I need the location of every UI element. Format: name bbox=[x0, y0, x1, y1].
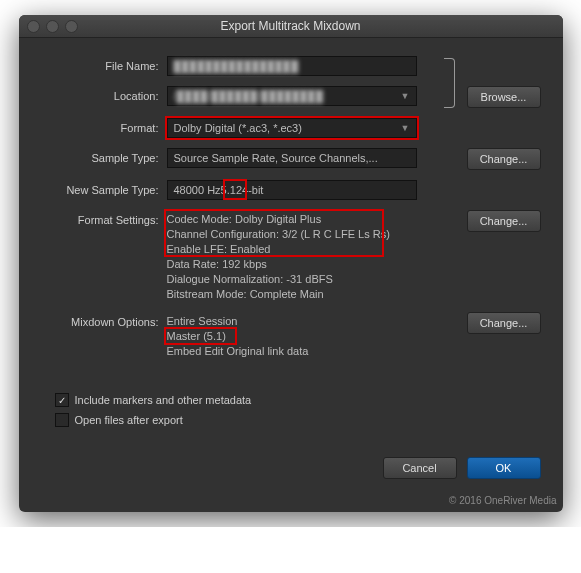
location-dropdown[interactable]: /████/██████/████████ ▼ bbox=[167, 86, 417, 106]
format-settings-label: Format Settings: bbox=[41, 210, 167, 226]
browse-button[interactable]: Browse... bbox=[467, 86, 541, 108]
close-icon[interactable] bbox=[27, 20, 40, 33]
format-settings-value: Codec Mode: Dolby Digital Plus Channel C… bbox=[167, 210, 417, 302]
change-format-settings-button[interactable]: Change... bbox=[467, 210, 541, 232]
export-dialog: Export Multitrack Mixdown File Name: ███… bbox=[19, 15, 563, 512]
chevron-down-icon: ▼ bbox=[401, 91, 410, 101]
window-title: Export Multitrack Mixdown bbox=[19, 19, 563, 33]
chevron-down-icon: ▼ bbox=[401, 123, 410, 133]
cancel-button[interactable]: Cancel bbox=[383, 457, 457, 479]
copyright: © 2016 OneRiver Media bbox=[19, 495, 563, 512]
ok-button[interactable]: OK bbox=[467, 457, 541, 479]
change-mixdown-button[interactable]: Change... bbox=[467, 312, 541, 334]
sample-type-value: Source Sample Rate, Source Channels,... bbox=[167, 148, 417, 168]
mixdown-options-value: Entire Session Master (5.1) Embed Edit O… bbox=[167, 312, 455, 359]
change-sample-type-button[interactable]: Change... bbox=[467, 148, 541, 170]
open-after-label: Open files after export bbox=[75, 414, 183, 426]
file-name-input[interactable]: ████████████████ bbox=[167, 56, 417, 76]
format-dropdown[interactable]: Dolby Digital (*.ac3, *.ec3) ▼ bbox=[167, 118, 417, 138]
location-label: Location: bbox=[41, 86, 167, 102]
minimize-icon[interactable] bbox=[46, 20, 59, 33]
format-label: Format: bbox=[41, 118, 167, 134]
sample-type-label: Sample Type: bbox=[41, 148, 167, 164]
new-sample-type-label: New Sample Type: bbox=[41, 180, 167, 196]
mixdown-options-label: Mixdown Options: bbox=[41, 312, 167, 328]
open-after-checkbox[interactable] bbox=[55, 413, 69, 427]
include-markers-checkbox[interactable]: ✓ bbox=[55, 393, 69, 407]
include-markers-label: Include markers and other metadata bbox=[75, 394, 252, 406]
zoom-icon[interactable] bbox=[65, 20, 78, 33]
file-name-label: File Name: bbox=[41, 56, 167, 72]
titlebar[interactable]: Export Multitrack Mixdown bbox=[19, 15, 563, 38]
new-sample-type-value: 48000 Hz 5.1 24-bit bbox=[167, 180, 417, 200]
